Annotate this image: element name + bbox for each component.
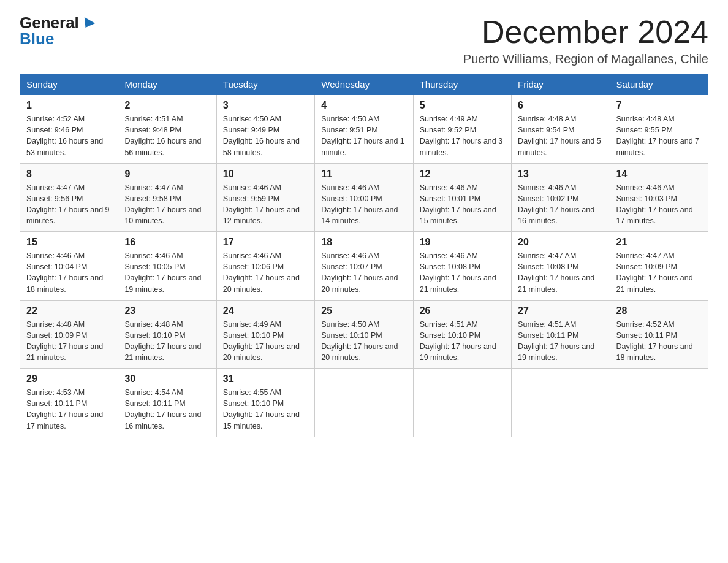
calendar-cell: 5 Sunrise: 4:49 AMSunset: 9:52 PMDayligh… bbox=[413, 95, 511, 164]
day-number: 12 bbox=[420, 169, 505, 180]
logo: General Blue bbox=[20, 15, 94, 47]
calendar-cell: 1 Sunrise: 4:52 AMSunset: 9:46 PMDayligh… bbox=[20, 95, 118, 164]
calendar-cell: 30 Sunrise: 4:54 AMSunset: 10:11 PMDayli… bbox=[118, 369, 216, 437]
calendar-cell: 10 Sunrise: 4:46 AMSunset: 9:59 PMDaylig… bbox=[216, 163, 314, 232]
week-row-1: 1 Sunrise: 4:52 AMSunset: 9:46 PMDayligh… bbox=[20, 95, 708, 164]
day-number: 10 bbox=[223, 169, 308, 180]
weekday-header-friday: Friday bbox=[512, 74, 610, 95]
day-info: Sunrise: 4:46 AMSunset: 10:05 PMDaylight… bbox=[124, 250, 210, 295]
day-info: Sunrise: 4:48 AMSunset: 10:09 PMDaylight… bbox=[26, 319, 112, 364]
day-info: Sunrise: 4:48 AMSunset: 9:55 PMDaylight:… bbox=[616, 113, 702, 158]
calendar-cell: 3 Sunrise: 4:50 AMSunset: 9:49 PMDayligh… bbox=[216, 95, 314, 164]
day-info: Sunrise: 4:53 AMSunset: 10:11 PMDaylight… bbox=[26, 387, 112, 432]
week-row-3: 15 Sunrise: 4:46 AMSunset: 10:04 PMDayli… bbox=[20, 232, 708, 301]
calendar-cell: 12 Sunrise: 4:46 AMSunset: 10:01 PMDayli… bbox=[413, 163, 511, 232]
day-number: 6 bbox=[518, 100, 603, 111]
day-number: 14 bbox=[616, 169, 702, 180]
day-number: 23 bbox=[124, 305, 210, 316]
day-info: Sunrise: 4:51 AMSunset: 10:10 PMDaylight… bbox=[420, 319, 505, 364]
calendar-cell: 24 Sunrise: 4:49 AMSunset: 10:10 PMDayli… bbox=[216, 300, 314, 369]
weekday-header-monday: Monday bbox=[118, 74, 216, 95]
calendar-cell: 4 Sunrise: 4:50 AMSunset: 9:51 PMDayligh… bbox=[315, 95, 413, 164]
weekday-header-row: SundayMondayTuesdayWednesdayThursdayFrid… bbox=[20, 74, 708, 95]
weekday-header-thursday: Thursday bbox=[413, 74, 511, 95]
day-number: 9 bbox=[124, 169, 210, 180]
calendar-cell: 8 Sunrise: 4:47 AMSunset: 9:56 PMDayligh… bbox=[20, 163, 118, 232]
weekday-header-saturday: Saturday bbox=[610, 74, 708, 95]
week-row-4: 22 Sunrise: 4:48 AMSunset: 10:09 PMDayli… bbox=[20, 300, 708, 369]
day-number: 13 bbox=[518, 169, 603, 180]
day-number: 28 bbox=[616, 305, 702, 316]
day-number: 3 bbox=[223, 100, 308, 111]
day-info: Sunrise: 4:46 AMSunset: 10:02 PMDaylight… bbox=[518, 182, 603, 227]
day-number: 4 bbox=[321, 100, 406, 111]
day-info: Sunrise: 4:46 AMSunset: 10:08 PMDaylight… bbox=[420, 250, 505, 295]
week-row-2: 8 Sunrise: 4:47 AMSunset: 9:56 PMDayligh… bbox=[20, 163, 708, 232]
calendar-cell: 20 Sunrise: 4:47 AMSunset: 10:08 PMDayli… bbox=[512, 232, 610, 301]
day-number: 20 bbox=[518, 237, 603, 248]
calendar-cell: 15 Sunrise: 4:46 AMSunset: 10:04 PMDayli… bbox=[20, 232, 118, 301]
day-info: Sunrise: 4:46 AMSunset: 10:04 PMDaylight… bbox=[26, 250, 112, 295]
calendar-cell: 28 Sunrise: 4:52 AMSunset: 10:11 PMDayli… bbox=[610, 300, 708, 369]
calendar-cell: 27 Sunrise: 4:51 AMSunset: 10:11 PMDayli… bbox=[512, 300, 610, 369]
calendar-table: SundayMondayTuesdayWednesdayThursdayFrid… bbox=[20, 74, 708, 437]
day-number: 2 bbox=[124, 100, 210, 111]
calendar-cell: 11 Sunrise: 4:46 AMSunset: 10:00 PMDayli… bbox=[315, 163, 413, 232]
calendar-cell: 25 Sunrise: 4:50 AMSunset: 10:10 PMDayli… bbox=[315, 300, 413, 369]
day-info: Sunrise: 4:46 AMSunset: 10:07 PMDaylight… bbox=[321, 250, 406, 295]
day-info: Sunrise: 4:51 AMSunset: 9:48 PMDaylight:… bbox=[124, 113, 210, 158]
title-block: December 2024 Puerto Williams, Region of… bbox=[463, 15, 708, 66]
day-number: 31 bbox=[223, 373, 308, 385]
calendar-cell: 14 Sunrise: 4:46 AMSunset: 10:03 PMDayli… bbox=[610, 163, 708, 232]
calendar-cell: 19 Sunrise: 4:46 AMSunset: 10:08 PMDayli… bbox=[413, 232, 511, 301]
day-info: Sunrise: 4:50 AMSunset: 9:49 PMDaylight:… bbox=[223, 113, 308, 158]
day-info: Sunrise: 4:50 AMSunset: 9:51 PMDaylight:… bbox=[321, 113, 406, 158]
day-number: 21 bbox=[616, 237, 702, 248]
weekday-header-tuesday: Tuesday bbox=[216, 74, 314, 95]
day-number: 25 bbox=[321, 305, 406, 316]
day-number: 1 bbox=[26, 100, 112, 111]
calendar-cell: 17 Sunrise: 4:46 AMSunset: 10:06 PMDayli… bbox=[216, 232, 314, 301]
day-info: Sunrise: 4:49 AMSunset: 10:10 PMDaylight… bbox=[223, 319, 308, 364]
day-info: Sunrise: 4:47 AMSunset: 10:09 PMDaylight… bbox=[616, 250, 702, 295]
day-number: 22 bbox=[26, 305, 112, 316]
logo-text: General bbox=[20, 15, 94, 31]
calendar-cell: 13 Sunrise: 4:46 AMSunset: 10:02 PMDayli… bbox=[512, 163, 610, 232]
calendar-cell bbox=[315, 369, 413, 437]
day-number: 5 bbox=[420, 100, 505, 111]
day-number: 26 bbox=[420, 305, 505, 316]
calendar-cell: 22 Sunrise: 4:48 AMSunset: 10:09 PMDayli… bbox=[20, 300, 118, 369]
day-number: 30 bbox=[124, 373, 210, 385]
day-info: Sunrise: 4:46 AMSunset: 9:59 PMDaylight:… bbox=[223, 182, 308, 227]
calendar-cell: 31 Sunrise: 4:55 AMSunset: 10:10 PMDayli… bbox=[216, 369, 314, 437]
day-info: Sunrise: 4:46 AMSunset: 10:03 PMDaylight… bbox=[616, 182, 702, 227]
calendar-cell: 9 Sunrise: 4:47 AMSunset: 9:58 PMDayligh… bbox=[118, 163, 216, 232]
day-info: Sunrise: 4:55 AMSunset: 10:10 PMDaylight… bbox=[223, 387, 308, 432]
day-number: 16 bbox=[124, 237, 210, 248]
day-number: 27 bbox=[518, 305, 603, 316]
calendar-cell: 16 Sunrise: 4:46 AMSunset: 10:05 PMDayli… bbox=[118, 232, 216, 301]
day-number: 11 bbox=[321, 169, 406, 180]
day-number: 15 bbox=[26, 237, 112, 248]
week-row-5: 29 Sunrise: 4:53 AMSunset: 10:11 PMDayli… bbox=[20, 369, 708, 437]
day-info: Sunrise: 4:46 AMSunset: 10:06 PMDaylight… bbox=[223, 250, 308, 295]
day-info: Sunrise: 4:48 AMSunset: 10:10 PMDaylight… bbox=[124, 319, 210, 364]
day-number: 29 bbox=[26, 373, 112, 385]
calendar-cell bbox=[413, 369, 511, 437]
day-info: Sunrise: 4:52 AMSunset: 9:46 PMDaylight:… bbox=[26, 113, 112, 158]
logo-blue: Blue bbox=[20, 31, 54, 47]
day-info: Sunrise: 4:47 AMSunset: 10:08 PMDaylight… bbox=[518, 250, 603, 295]
page-header: General Blue December 2024 Puerto Willia… bbox=[20, 15, 708, 66]
calendar-cell: 26 Sunrise: 4:51 AMSunset: 10:10 PMDayli… bbox=[413, 300, 511, 369]
calendar-cell bbox=[512, 369, 610, 437]
day-info: Sunrise: 4:52 AMSunset: 10:11 PMDaylight… bbox=[616, 319, 702, 364]
day-number: 18 bbox=[321, 237, 406, 248]
calendar-cell: 6 Sunrise: 4:48 AMSunset: 9:54 PMDayligh… bbox=[512, 95, 610, 164]
day-number: 17 bbox=[223, 237, 308, 248]
day-info: Sunrise: 4:47 AMSunset: 9:58 PMDaylight:… bbox=[124, 182, 210, 227]
calendar-cell: 21 Sunrise: 4:47 AMSunset: 10:09 PMDayli… bbox=[610, 232, 708, 301]
day-info: Sunrise: 4:46 AMSunset: 10:01 PMDaylight… bbox=[420, 182, 505, 227]
weekday-header-sunday: Sunday bbox=[20, 74, 118, 95]
calendar-cell: 18 Sunrise: 4:46 AMSunset: 10:07 PMDayli… bbox=[315, 232, 413, 301]
calendar-cell: 7 Sunrise: 4:48 AMSunset: 9:55 PMDayligh… bbox=[610, 95, 708, 164]
